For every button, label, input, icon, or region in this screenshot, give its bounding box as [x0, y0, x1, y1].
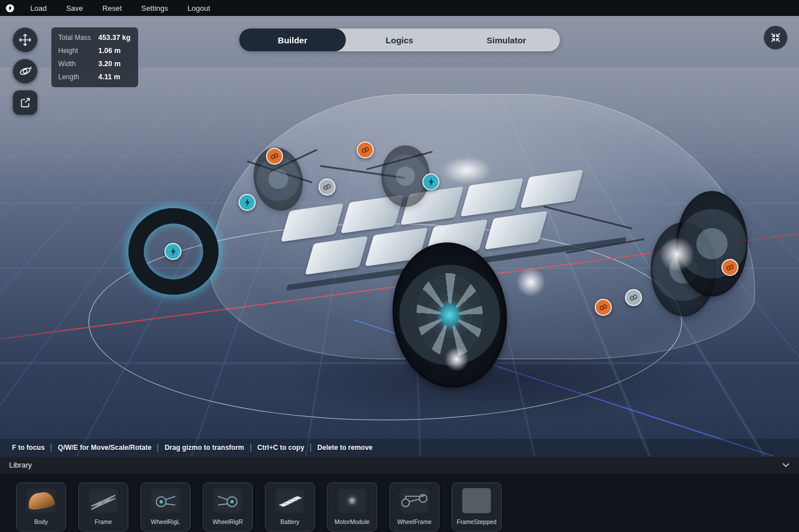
link-icon [360, 145, 370, 155]
library-panel: Body Frame WheelRigL WheelRigR Battery [0, 473, 799, 532]
frame-icon [88, 489, 119, 513]
link-icon [269, 151, 280, 161]
library-item-frame[interactable]: Frame [78, 482, 128, 531]
motormodule-thumbnail [336, 486, 369, 515]
library-item-label: Body [17, 518, 66, 525]
link-connector-badge-inactive[interactable] [318, 178, 336, 196]
library-item-label: WheelRigL [141, 518, 190, 525]
library-item-label: FrameStepped [452, 518, 501, 525]
app-logo-icon [5, 3, 15, 13]
framestepped-thumbnail [460, 486, 493, 515]
library-cards: Body Frame WheelRigL WheelRigR Battery [16, 482, 502, 531]
collapse-icon [769, 31, 782, 44]
body-highlight [439, 156, 494, 185]
link-connector-badge[interactable] [357, 141, 374, 159]
library-item-label: WheelRigR [203, 518, 252, 525]
stat-value: 3.20 m [98, 60, 131, 68]
power-connector-badge[interactable] [239, 194, 256, 211]
move-icon [18, 33, 32, 47]
library-item-battery[interactable]: Battery [265, 482, 315, 531]
power-connector-badge[interactable] [422, 173, 439, 190]
stat-value: 1.06 m [98, 47, 131, 55]
power-icon [243, 198, 252, 208]
library-header[interactable]: Library [0, 456, 799, 473]
library-item-label: WheelFrame [390, 518, 439, 525]
link-icon [725, 262, 735, 273]
wheel-rig-icon [150, 489, 181, 513]
stat-label: Length [58, 73, 91, 81]
export-icon [19, 96, 31, 109]
stat-label: Width [58, 60, 91, 68]
export-tool-button[interactable] [13, 90, 38, 115]
power-connector-badge[interactable] [164, 243, 181, 260]
frame-stepped-shape-icon [462, 488, 491, 513]
link-connector-badge[interactable] [595, 299, 612, 316]
wheelrigl-thumbnail [149, 486, 182, 515]
link-connector-badge[interactable] [266, 148, 283, 165]
rotate-tool-button[interactable] [13, 59, 38, 84]
chevron-down-icon [782, 462, 790, 468]
wheelframe-thumbnail [398, 486, 431, 515]
menu-logout[interactable]: Logout [178, 0, 220, 16]
library-item-wheelframe[interactable]: WheelFrame [389, 482, 439, 531]
library-collapse-button[interactable] [782, 462, 790, 468]
rotate-icon [18, 64, 32, 78]
library-item-label: Battery [265, 518, 314, 525]
library-item-framestepped[interactable]: FrameStepped [451, 482, 502, 531]
headlight-glow [656, 234, 697, 275]
library-item-wheelrigr[interactable]: WheelRigR [203, 482, 253, 531]
menubar: Load Save Reset Settings Logout [0, 0, 799, 16]
stat-label: Height [58, 47, 91, 55]
body-shape-icon [27, 490, 55, 511]
link-icon [598, 302, 608, 312]
dimensions-panel: Total Mass 453.37 kg Height 1.06 m Width… [51, 27, 138, 87]
collapse-view-button[interactable] [764, 26, 788, 50]
battery-icon [275, 489, 305, 513]
library-item-label: MotorModule [328, 518, 377, 525]
body-thumbnail [25, 486, 58, 515]
hint-text: Drag gizmo to transform [158, 444, 250, 452]
battery-thumbnail [273, 486, 306, 515]
battery-module [485, 211, 548, 250]
hint-bar: F to focus Q/W/E for Move/Scale/Rotate D… [0, 439, 799, 456]
wheel-glint [442, 345, 471, 373]
link-icon [322, 182, 332, 192]
headlight-glow [514, 265, 548, 299]
motor-icon [337, 489, 368, 513]
menu-items: Load Save Reset Settings Logout [21, 0, 220, 16]
wheelrigr-thumbnail [211, 486, 244, 515]
tab-logics[interactable]: Logics [346, 29, 453, 51]
tab-builder[interactable]: Builder [239, 29, 346, 51]
power-icon [168, 247, 178, 257]
link-icon [628, 293, 639, 303]
hint-text: F to focus [6, 444, 51, 452]
menu-settings[interactable]: Settings [132, 0, 178, 16]
library-item-body[interactable]: Body [16, 482, 66, 531]
stat-value: 4.11 m [98, 73, 131, 81]
tab-simulator[interactable]: Simulator [453, 29, 560, 51]
library-title: Library [9, 461, 32, 469]
move-tool-button[interactable] [13, 27, 38, 52]
library-item-wheelrigl[interactable]: WheelRigL [140, 482, 191, 531]
library-item-label: Frame [79, 518, 128, 525]
wheel-rig-icon [212, 489, 243, 513]
link-connector-badge[interactable] [721, 259, 739, 276]
hint-text: Delete to remove [310, 444, 379, 452]
link-connector-badge-inactive[interactable] [625, 289, 642, 306]
menu-save[interactable]: Save [57, 0, 93, 16]
stat-label: Total Mass [58, 34, 91, 42]
power-icon [426, 177, 436, 187]
mode-tabbar: Builder Logics Simulator [239, 29, 560, 51]
menu-load[interactable]: Load [21, 0, 57, 16]
wheel-frame-icon [399, 489, 430, 513]
library-item-motormodule[interactable]: MotorModule [327, 482, 377, 531]
menu-reset[interactable]: Reset [93, 0, 132, 16]
battery-module [305, 236, 368, 275]
stat-value: 453.37 kg [98, 34, 131, 42]
transform-tools [13, 27, 38, 115]
hint-text: Ctrl+C to copy [251, 444, 310, 452]
rear-right-inner-wheel[interactable] [381, 145, 430, 207]
frame-thumbnail [87, 486, 120, 515]
hint-text: Q/W/E for Move/Scale/Rotate [51, 444, 158, 452]
